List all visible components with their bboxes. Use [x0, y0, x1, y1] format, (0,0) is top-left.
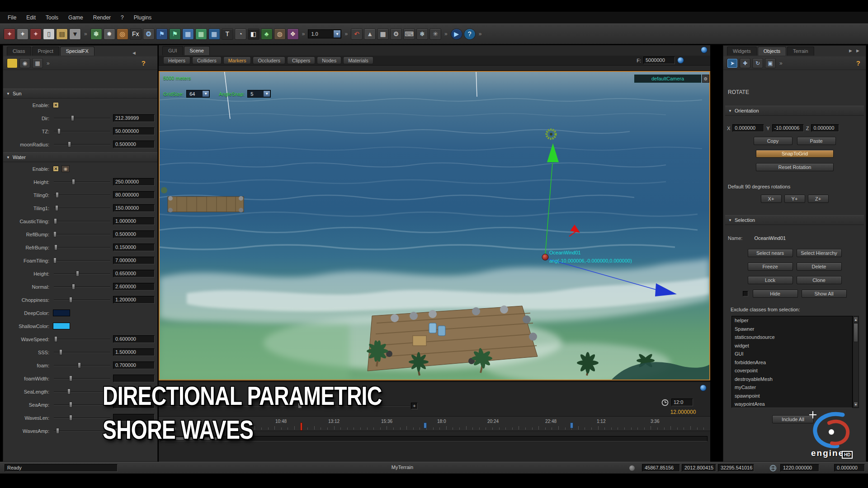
- viewport-tab-scene[interactable]: Scene: [184, 46, 210, 55]
- y-rotation-input[interactable]: -10.000006: [772, 124, 804, 132]
- timeline-keyframe-marker[interactable]: [570, 422, 573, 428]
- slider-handle[interactable]: [56, 428, 59, 434]
- subtab-helpers[interactable]: Helpers: [163, 56, 190, 64]
- collapse-panel-icon[interactable]: ◄: [132, 50, 137, 56]
- tab-scroll-right-icon[interactable]: ►: [855, 48, 860, 53]
- exclude-class-item[interactable]: destroyableMesh: [732, 375, 852, 384]
- gridsize-dropdown[interactable]: 64▼: [186, 90, 210, 98]
- open-file-icon[interactable]: ▤: [56, 28, 68, 40]
- subtab-occluders[interactable]: Occluders: [253, 56, 285, 64]
- slider-handle[interactable]: [56, 192, 59, 198]
- orientation-section-header[interactable]: ▼Orientation: [725, 106, 864, 116]
- image-preview-icon[interactable]: ▦: [32, 58, 43, 68]
- slider-track[interactable]: [53, 336, 111, 343]
- delete-button[interactable]: Delete: [797, 263, 842, 271]
- anglesnap-dropdown[interactable]: 5▼: [247, 90, 271, 98]
- exclude-class-item[interactable]: helper: [732, 316, 852, 325]
- subtab-nodes[interactable]: Nodes: [317, 56, 341, 64]
- toolbar-separator[interactable]: »: [82, 31, 89, 37]
- help-icon[interactable]: ?: [464, 28, 476, 40]
- exclude-class-item[interactable]: Spawner: [732, 325, 852, 333]
- slider-handle[interactable]: [69, 402, 72, 408]
- grid-icon[interactable]: ▦: [377, 28, 389, 40]
- slider-track[interactable]: [53, 192, 111, 198]
- chevron-down-icon[interactable]: ▼: [203, 91, 209, 97]
- checkbox[interactable]: ✕: [53, 166, 59, 172]
- slider-handle[interactable]: [53, 258, 57, 263]
- slider-track[interactable]: [53, 283, 111, 290]
- f-icon[interactable]: [677, 57, 684, 64]
- object-pivot-sphere[interactable]: [542, 254, 548, 260]
- left-tab-class[interactable]: Class: [7, 47, 31, 56]
- exclude-class-item[interactable]: GUI: [732, 350, 852, 358]
- select-tool-icon[interactable]: ➤: [727, 58, 738, 68]
- slider-track[interactable]: [53, 128, 111, 135]
- right-tab-objects[interactable]: Objects: [758, 47, 786, 56]
- slider-handle[interactable]: [53, 231, 57, 237]
- slider-handle[interactable]: [72, 284, 75, 290]
- rotate-z-plus-button[interactable]: Z+: [808, 195, 829, 203]
- param-value-input[interactable]: 0.500000: [113, 141, 155, 148]
- section-header-water[interactable]: ▼Water: [3, 152, 157, 162]
- show-all-button[interactable]: Show All: [802, 290, 847, 298]
- param-value-input[interactable]: 0.650000: [113, 270, 155, 277]
- menu-plugins[interactable]: Plugins: [129, 14, 156, 21]
- z-rotation-input[interactable]: 0.000000: [811, 124, 839, 132]
- select-hierarchy-button[interactable]: Select Hierarchy: [797, 249, 842, 257]
- slider-track[interactable]: [53, 296, 111, 303]
- x-rotation-input[interactable]: 0.000000: [732, 124, 764, 132]
- clock-time-input[interactable]: 12:0: [671, 399, 693, 406]
- menu-[interactable]: ?: [116, 14, 129, 21]
- exclude-list-scrollbar[interactable]: ▲ ▼: [853, 316, 859, 408]
- hide-button[interactable]: Hide: [753, 290, 798, 298]
- exclude-class-item[interactable]: forbiddenArea: [732, 358, 852, 367]
- engine-app-icon[interactable]: ✦: [4, 28, 15, 40]
- exclude-class-item[interactable]: widget: [732, 342, 852, 350]
- param-value-input[interactable]: 7.000000: [113, 257, 155, 264]
- color-swatch[interactable]: [53, 323, 70, 329]
- slider-handle[interactable]: [69, 297, 72, 303]
- scroll-down-icon[interactable]: ▼: [854, 402, 858, 407]
- select-nears-button[interactable]: Select nears: [748, 249, 793, 257]
- chevron-down-icon[interactable]: ▼: [334, 30, 340, 38]
- freeze-button[interactable]: Freeze: [748, 263, 793, 271]
- slider-handle[interactable]: [78, 362, 81, 368]
- toolbar-separator[interactable]: »: [443, 31, 449, 37]
- left-tab-specialfx[interactable]: SpecialFX: [60, 47, 94, 56]
- hide-checkbox[interactable]: [743, 291, 748, 296]
- param-value-input[interactable]: 0.500000: [113, 230, 155, 238]
- slider-track[interactable]: [53, 141, 111, 148]
- param-value-input[interactable]: 0.150000: [113, 244, 155, 251]
- param-value-input[interactable]: 80.000000: [113, 191, 155, 199]
- slider-track[interactable]: [53, 205, 111, 211]
- slider-track[interactable]: [53, 115, 111, 122]
- exclude-class-item[interactable]: spawnpoint: [732, 392, 852, 400]
- snowflake-icon[interactable]: ❄: [416, 28, 428, 40]
- right-panel-help-icon[interactable]: ?: [856, 59, 860, 67]
- slider-handle[interactable]: [72, 179, 75, 185]
- rotate-y-plus-button[interactable]: Y+: [784, 195, 805, 203]
- param-value-input[interactable]: 2.600000: [113, 283, 155, 291]
- toolbar-separator[interactable]: »: [778, 60, 784, 66]
- menu-file[interactable]: File: [3, 14, 21, 21]
- slider-handle[interactable]: [69, 415, 72, 421]
- param-value-input[interactable]: 0.600000: [113, 335, 155, 343]
- undo-icon[interactable]: ↶: [351, 28, 363, 40]
- save-icon[interactable]: ▼: [69, 28, 81, 40]
- flag-green-icon[interactable]: ⚑: [169, 28, 181, 40]
- menu-game[interactable]: Game: [63, 14, 88, 21]
- param-value-input[interactable]: 50.000000: [113, 127, 155, 135]
- mask-icon[interactable]: ◧: [248, 28, 259, 40]
- left-tab-project[interactable]: Project: [32, 47, 59, 56]
- tab-scroll-right-icon[interactable]: ►: [848, 48, 853, 53]
- menu-render[interactable]: Render: [88, 14, 116, 21]
- f-value-input[interactable]: 5000000: [643, 56, 675, 64]
- texture-tile-icon[interactable]: [7, 58, 18, 68]
- subtab-markers[interactable]: Markers: [223, 56, 251, 64]
- image-blue-icon[interactable]: ▦: [208, 28, 220, 40]
- keyboard-icon[interactable]: ⌨: [403, 28, 415, 40]
- param-value-input[interactable]: 150.00000: [113, 204, 155, 212]
- lock-button[interactable]: Lock: [748, 276, 793, 284]
- snap-to-grid-button[interactable]: SnapToGrid: [756, 150, 834, 158]
- palette-icon[interactable]: ❖: [287, 28, 299, 40]
